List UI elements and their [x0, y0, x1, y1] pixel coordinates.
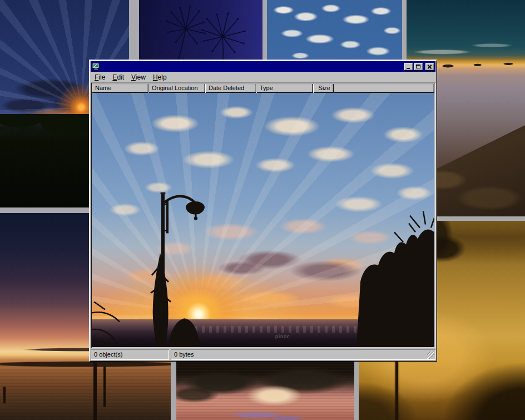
minimize-button[interactable]: [404, 63, 413, 71]
water-ripples: [0, 366, 171, 420]
status-bar: 0 object(s) 0 bytes: [91, 349, 435, 360]
menu-help[interactable]: Help: [150, 72, 171, 82]
column-header-type[interactable]: Type: [256, 83, 313, 93]
status-object-count: 0 object(s): [91, 349, 169, 360]
status-size: 0 bytes: [171, 349, 435, 360]
recycle-bin-window: File Edit View Help Name Original Locati…: [89, 60, 437, 362]
close-button[interactable]: [425, 63, 434, 71]
column-header-date-deleted[interactable]: Date Deleted: [205, 83, 256, 93]
column-header-size[interactable]: Size: [313, 83, 334, 93]
wallpaper-photo-reflection: [176, 356, 354, 420]
pole-silhouette: [395, 360, 398, 420]
file-list-view: Name Original Location Date Deleted Type…: [91, 82, 435, 348]
window-controls: [404, 63, 434, 71]
menu-edit[interactable]: Edit: [109, 72, 128, 82]
silhouettes-overlay: [92, 93, 434, 347]
maximize-button[interactable]: [414, 63, 423, 71]
pole-silhouette: [3, 387, 6, 403]
menu-file[interactable]: File: [91, 72, 109, 82]
photo-watermark: pinoc: [275, 334, 290, 339]
title-bar[interactable]: [91, 61, 435, 72]
column-header-original-location[interactable]: Original Location: [148, 83, 205, 93]
column-header-row: Name Original Location Date Deleted Type…: [92, 83, 434, 93]
minimize-icon: [407, 68, 410, 69]
maximize-icon: [416, 65, 420, 68]
menu-view[interactable]: View: [128, 72, 150, 82]
column-header-filler: [334, 83, 434, 93]
status-size-text: 0 bytes: [174, 351, 194, 358]
column-header-name[interactable]: Name: [92, 83, 148, 93]
computer-icon: [92, 63, 100, 71]
resize-grip[interactable]: [427, 352, 434, 359]
menu-bar: File Edit View Help: [91, 72, 435, 82]
list-content-area[interactable]: pinoc: [92, 93, 434, 347]
desktop: { "window": { "title": "", "app_icon": "…: [0, 0, 525, 420]
pole-silhouette: [93, 360, 97, 420]
pole-silhouette: [103, 367, 106, 407]
